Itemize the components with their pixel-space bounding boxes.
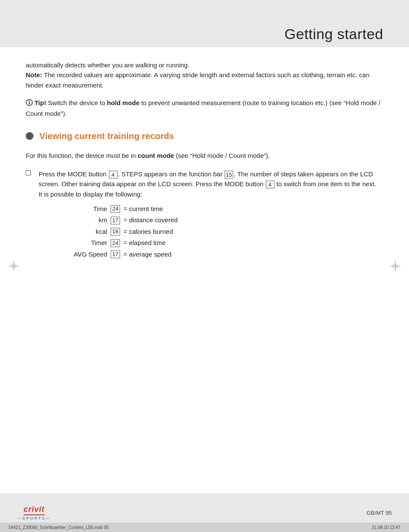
filename-text: 54421_Z30080_Schrittzaehler_Content_LB5.…: [9, 525, 109, 530]
logo-sub: —SPORTS—: [17, 516, 51, 520]
section-heading: Viewing current training records: [26, 131, 383, 141]
data-row-label: Time: [64, 204, 107, 214]
data-list: Time24= current timekm17= distance cover…: [64, 204, 383, 260]
footer-page: GB/MT 95: [367, 510, 392, 516]
bullet-text2: . STEPS appears on the function bar: [118, 170, 224, 178]
intro-text: automatically detects whether you are wa…: [26, 61, 189, 69]
bullet-text5: It is possible to display the following:: [39, 190, 142, 198]
data-row-value: = elapsed time: [123, 238, 165, 248]
data-row-value: = current time: [123, 204, 163, 214]
data-row: km17= distance covered: [64, 215, 383, 225]
data-row-badge: 24: [111, 205, 120, 213]
tip-text-before: Switch the device to: [46, 99, 107, 106]
intro-paragraph: automatically detects whether you are wa…: [26, 60, 383, 90]
bullet-text1: Press the MODE button: [39, 170, 108, 178]
section-body-before: For this function, the device must be in: [26, 152, 138, 159]
bullet-checkbox-icon: [26, 170, 31, 175]
date-text: 21.09.10 12:47: [372, 525, 400, 530]
section-body: For this function, the device must be in…: [26, 151, 383, 160]
bullet-item: Press the MODE button 4. STEPS appears o…: [26, 169, 383, 261]
data-row-label: Timer: [64, 238, 107, 248]
reg-mark-right: [390, 261, 400, 271]
data-row-value: = distance covered: [123, 215, 177, 225]
tip-block: ⓘ Tip! Switch the device to hold mode to…: [26, 98, 383, 118]
page-title: Getting started: [284, 26, 383, 42]
data-row-label: AVG Speed: [64, 250, 107, 260]
badge-mode-4a: 4: [109, 171, 117, 178]
section-dot-icon: [26, 132, 33, 140]
note-text: The recorded values are approximate. A v…: [26, 71, 370, 88]
data-row: Timer24= elapsed time: [64, 238, 383, 248]
header-band: Getting started: [0, 0, 409, 47]
main-content: automatically detects whether you are wa…: [26, 47, 383, 493]
data-row-badge: 17: [111, 217, 120, 224]
filename-strip: 54421_Z30080_Schrittzaehler_Content_LB5.…: [0, 523, 409, 532]
section-body-after: (see “Hold mode / Count mode”).: [174, 152, 270, 159]
data-row-value: = calories burned: [123, 227, 173, 237]
note-label: Note:: [26, 71, 42, 79]
badge-15: 15: [225, 171, 233, 178]
data-row-badge: 24: [111, 239, 120, 247]
badge-mode-4b: 4: [266, 181, 274, 188]
reg-mark-left: [9, 261, 19, 271]
data-row-badge: 18: [111, 228, 120, 236]
data-row-value: = average speed: [123, 250, 171, 260]
data-row: kcal18= calories burned: [64, 227, 383, 237]
bullet-text4: to switch from one item to the next.: [275, 180, 376, 187]
data-row-label: kcal: [64, 227, 107, 237]
bullet-text: Press the MODE button 4. STEPS appears o…: [39, 169, 383, 261]
tip-label: Tip!: [34, 99, 46, 106]
tip-bold: hold mode: [107, 99, 139, 106]
data-row-label: km: [64, 215, 107, 225]
data-row: AVG Speed17= average speed: [64, 250, 383, 260]
tip-icon: ⓘ: [26, 99, 34, 106]
section-body-bold: count mode: [138, 152, 174, 159]
data-row-badge: 17: [111, 251, 120, 258]
logo-brand: crivit: [24, 505, 45, 515]
footer-logo: crivit —SPORTS—: [17, 505, 51, 520]
section-title: Viewing current training records: [39, 131, 174, 141]
data-row: Time24= current time: [64, 204, 383, 214]
